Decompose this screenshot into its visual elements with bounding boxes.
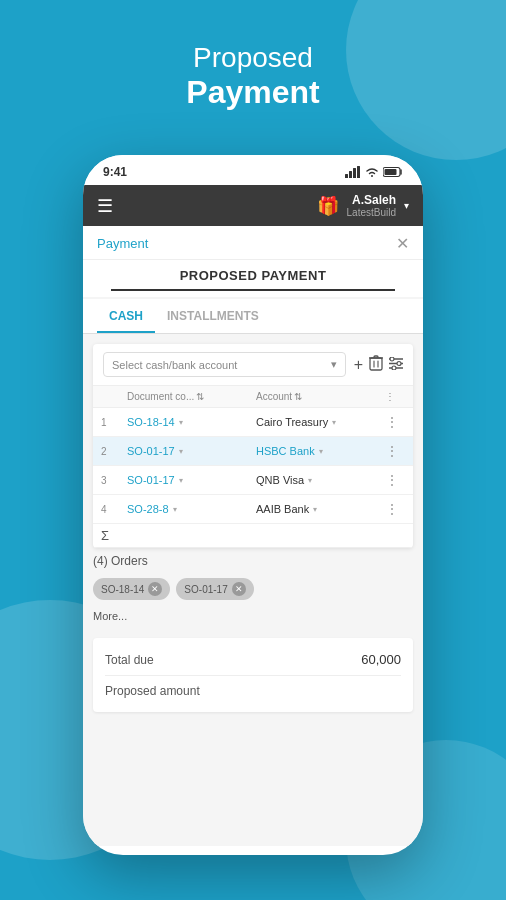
select-account-dropdown[interactable]: Select cash/bank account ▾	[103, 352, 346, 377]
row-4-menu[interactable]: ⋮	[385, 501, 405, 517]
tag-2-remove[interactable]: ✕	[232, 582, 246, 596]
table-row: 1 SO-18-14 ▾ Cairo Treasury ▾ ⋮	[93, 408, 413, 437]
col-more-header[interactable]: ⋮	[385, 391, 405, 402]
gift-icon: 🎁	[317, 195, 339, 217]
chevron-icon: ▾	[332, 418, 336, 427]
svg-point-15	[392, 366, 396, 370]
tab-cash[interactable]: CASH	[97, 299, 155, 333]
totals-section: Total due 60,000 Proposed amount	[93, 638, 413, 712]
row-1-num: 1	[101, 417, 127, 428]
content-area: Payment ✕ PROPOSED PAYMENT CASH INSTALLM…	[83, 226, 423, 846]
phone-frame: 9:41 ☰ 🎁	[83, 155, 423, 855]
add-icon[interactable]: +	[354, 356, 363, 374]
row-4-account: AAIB Bank ▾	[256, 503, 385, 515]
user-subtitle: LatestBuild	[347, 207, 396, 218]
row-3-account: QNB Visa ▾	[256, 474, 385, 486]
chevron-icon: ▾	[308, 476, 312, 485]
chevron-icon: ▾	[179, 476, 183, 485]
filter-icon[interactable]	[389, 356, 403, 374]
tag-1-label: SO-18-14	[101, 584, 144, 595]
payment-header: Payment ✕	[83, 226, 423, 260]
orders-count: (4) Orders	[83, 548, 423, 574]
tag-2: SO-01-17 ✕	[176, 578, 253, 600]
row-2-menu[interactable]: ⋮	[385, 443, 405, 459]
svg-rect-5	[385, 169, 397, 175]
tag-1: SO-18-14 ✕	[93, 578, 170, 600]
chevron-down-icon[interactable]: ▾	[404, 200, 409, 211]
user-section: 🎁 A.Saleh LatestBuild ▾	[317, 193, 409, 218]
proposed-amount-label: Proposed amount	[105, 684, 200, 698]
col-account-header: Account ⇅	[256, 391, 385, 402]
col-doc-header: Document co... ⇅	[127, 391, 256, 402]
toolbar-row: Select cash/bank account ▾ +	[93, 344, 413, 386]
hamburger-icon[interactable]: ☰	[97, 195, 113, 217]
app-header: ☰ 🎁 A.Saleh LatestBuild ▾	[83, 185, 423, 226]
row-3-menu[interactable]: ⋮	[385, 472, 405, 488]
chevron-icon: ▾	[179, 418, 183, 427]
proposed-amt-row: Proposed amount	[105, 680, 401, 702]
user-info: A.Saleh LatestBuild	[347, 193, 396, 218]
row-2-account: HSBC Bank ▾	[256, 445, 385, 457]
row-1-menu[interactable]: ⋮	[385, 414, 405, 430]
row-1-doc: SO-18-14 ▾	[127, 416, 256, 428]
svg-rect-2	[353, 168, 356, 178]
dropdown-chevron-icon: ▾	[331, 358, 337, 371]
chevron-icon: ▾	[173, 505, 177, 514]
row-3-doc: SO-01-17 ▾	[127, 474, 256, 486]
sort-icon[interactable]: ⇅	[196, 391, 204, 402]
chevron-icon: ▾	[319, 447, 323, 456]
signal-icon	[345, 166, 361, 178]
table-row: 2 SO-01-17 ▾ HSBC Bank ▾ ⋮	[93, 437, 413, 466]
status-bar: 9:41	[83, 155, 423, 185]
tag-2-label: SO-01-17	[184, 584, 227, 595]
tabs-container: CASH INSTALLMENTS	[83, 299, 423, 334]
table-header: Document co... ⇅ Account ⇅ ⋮	[93, 386, 413, 408]
total-due-row: Total due 60,000	[105, 648, 401, 671]
wifi-icon	[365, 166, 379, 178]
svg-rect-0	[345, 174, 348, 178]
svg-rect-1	[349, 171, 352, 178]
status-icons	[345, 166, 403, 178]
svg-rect-3	[357, 166, 360, 178]
total-due-value: 60,000	[361, 652, 401, 667]
time-display: 9:41	[103, 165, 127, 179]
svg-point-13	[390, 357, 394, 361]
select-account-label: Select cash/bank account	[112, 359, 237, 371]
chevron-icon: ▾	[313, 505, 317, 514]
battery-icon	[383, 166, 403, 178]
more-link[interactable]: More...	[83, 608, 423, 630]
delete-icon[interactable]	[369, 355, 383, 375]
sort-account-icon[interactable]: ⇅	[294, 391, 302, 402]
payment-link[interactable]: Payment	[97, 236, 148, 251]
tag-1-remove[interactable]: ✕	[148, 582, 162, 596]
table-row: 3 SO-01-17 ▾ QNB Visa ▾ ⋮	[93, 466, 413, 495]
row-4-doc: SO-28-8 ▾	[127, 503, 256, 515]
row-1-account: Cairo Treasury ▾	[256, 416, 385, 428]
close-button[interactable]: ✕	[396, 234, 409, 253]
proposed-label: Proposed	[0, 42, 506, 74]
payment-label: Payment	[0, 74, 506, 111]
tab-installments[interactable]: INSTALLMENTS	[155, 299, 271, 333]
row-2-num: 2	[101, 446, 127, 457]
chevron-icon: ▾	[179, 447, 183, 456]
page-header: Proposed Payment	[0, 42, 506, 111]
total-due-label: Total due	[105, 653, 154, 667]
col-num-header	[101, 391, 127, 402]
user-name: A.Saleh	[347, 193, 396, 207]
divider	[105, 675, 401, 676]
row-2-doc: SO-01-17 ▾	[127, 445, 256, 457]
sigma-row: Σ	[93, 524, 413, 548]
row-3-num: 3	[101, 475, 127, 486]
svg-rect-6	[370, 358, 382, 370]
tags-row: SO-18-14 ✕ SO-01-17 ✕	[83, 574, 423, 608]
svg-point-14	[397, 361, 401, 365]
proposed-payment-title: PROPOSED PAYMENT	[111, 260, 395, 291]
row-4-num: 4	[101, 504, 127, 515]
table-row: 4 SO-28-8 ▾ AAIB Bank ▾ ⋮	[93, 495, 413, 524]
toolbar-icons: +	[354, 355, 403, 375]
main-card: Select cash/bank account ▾ +	[93, 344, 413, 548]
